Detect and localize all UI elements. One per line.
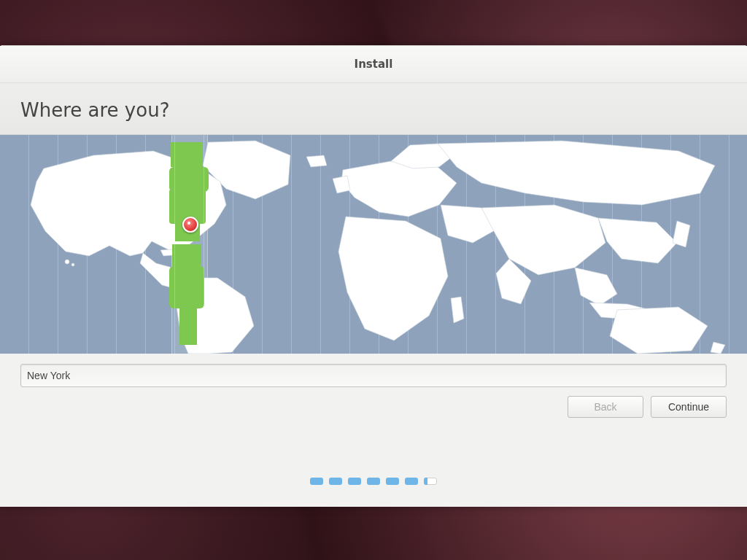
- back-button[interactable]: Back: [568, 396, 643, 418]
- world-map-outline: [0, 135, 747, 354]
- timezone-map[interactable]: [0, 135, 747, 354]
- desktop-wallpaper: Install Where are you?: [0, 0, 747, 560]
- installer-window: Install Where are you?: [0, 45, 747, 507]
- location-pin-icon: [182, 217, 198, 233]
- progress-dot-current: [424, 478, 437, 485]
- step-header: Where are you?: [0, 83, 747, 135]
- progress-dot: [367, 478, 380, 485]
- slideshow-progress: [0, 434, 747, 507]
- progress-dot: [310, 478, 323, 485]
- location-field-row: [0, 354, 747, 387]
- svg-point-1: [71, 263, 74, 266]
- progress-dot: [348, 478, 361, 485]
- window-title: Install: [355, 58, 393, 71]
- svg-point-0: [65, 260, 69, 264]
- progress-dot: [405, 478, 418, 485]
- progress-dot: [386, 478, 399, 485]
- location-input[interactable]: [20, 364, 727, 387]
- progress-dot: [329, 478, 342, 485]
- continue-button[interactable]: Continue: [651, 396, 727, 418]
- window-titlebar: Install: [0, 46, 747, 83]
- navigation-buttons: Back Continue: [0, 387, 747, 434]
- step-heading: Where are you?: [20, 99, 727, 121]
